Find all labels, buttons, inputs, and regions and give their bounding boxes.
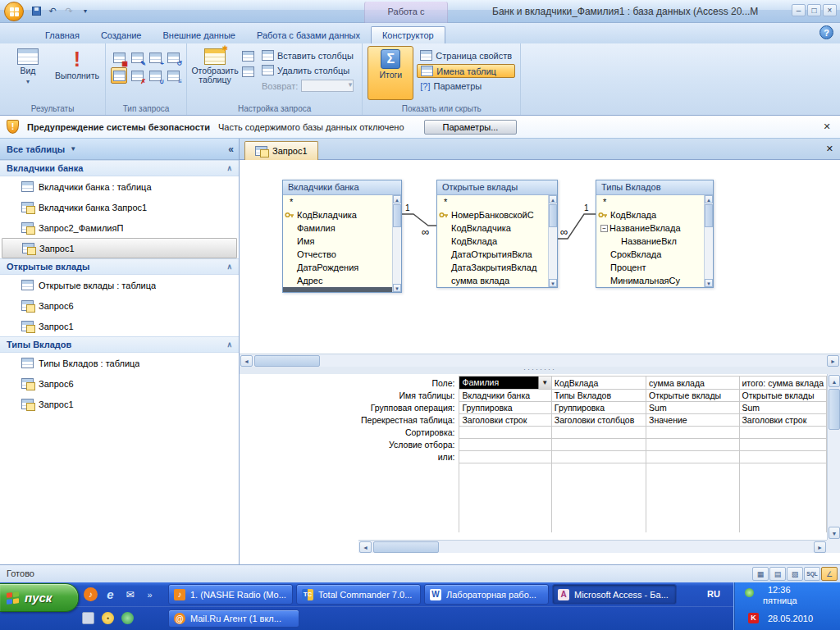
office-button[interactable]	[4, 2, 24, 21]
grid-cell[interactable]: сумма вклада	[646, 377, 739, 390]
scroll-up-icon[interactable]: ▲	[705, 195, 713, 203]
field-item[interactable]: ДатаОткрытияВкла	[437, 248, 557, 261]
nav-item[interactable]: Запрос6	[2, 295, 237, 316]
nav-item[interactable]: Запрос2_ФамилияП	[2, 217, 237, 238]
field-item[interactable]: Имя	[283, 235, 401, 248]
field-item[interactable]: КодВклада	[437, 235, 557, 248]
insert-rows-icon[interactable]	[242, 51, 254, 62]
grid-cell[interactable]	[459, 439, 551, 451]
nav-group-header[interactable]: Вкладчики банка∧	[0, 160, 239, 176]
scroll-down-icon[interactable]: ▼	[393, 284, 401, 292]
scroll-down-icon[interactable]: ▼	[705, 279, 713, 287]
grid-cell[interactable]: Заголовки строк	[739, 414, 827, 427]
field-item[interactable]: КодВкладчика	[437, 221, 557, 235]
start-button[interactable]: пуск	[0, 583, 79, 612]
nav-item[interactable]: Вкладчики банка : таблица	[2, 176, 237, 197]
grid-vertical-scrollbar[interactable]: ▲ ▼	[827, 374, 840, 540]
grid-cell[interactable]	[739, 439, 827, 451]
ribbon-tab[interactable]: Внешние данные	[153, 27, 246, 43]
scroll-up-icon[interactable]: ▲	[393, 195, 401, 203]
view-pivottable-icon[interactable]: ▤	[769, 567, 786, 581]
field-list-title[interactable]: Открытые вклады	[437, 180, 557, 195]
taskbar-button[interactable]: WЛабораторная рабо...	[424, 584, 549, 605]
navigation-pane-header[interactable]: Все таблицы ▼ «	[0, 139, 239, 160]
scroll-right-icon[interactable]: ►	[814, 541, 826, 553]
property-sheet-button[interactable]: Страница свойств	[417, 49, 515, 62]
field-item[interactable]: *	[283, 195, 401, 208]
field-item[interactable]: ДатаРождения	[283, 261, 401, 274]
query-select-icon[interactable]: ▦	[111, 49, 127, 66]
view-button[interactable]: Вид ▾	[5, 46, 51, 100]
field-item[interactable]: Отчество	[283, 248, 401, 261]
table-names-button[interactable]: Имена таблиц	[417, 64, 515, 78]
grid-cell[interactable]	[646, 451, 739, 463]
ribbon-tab[interactable]: Создание	[90, 27, 153, 43]
field-item[interactable]: Адрес	[283, 274, 401, 287]
parameters-button[interactable]: [?] Параметры	[417, 80, 515, 92]
query-definition-icon[interactable]: ≡	[165, 67, 181, 84]
shutter-bar-collapse-icon[interactable]: «	[228, 144, 234, 155]
scrollbar-thumb[interactable]	[829, 389, 840, 430]
field-item[interactable]: КодВклада	[596, 208, 713, 221]
field-list-title[interactable]: Вкладчики банка	[283, 180, 401, 195]
field-list-scrollbar[interactable]: ▲▼	[548, 195, 557, 287]
security-options-button[interactable]: Параметры...	[424, 120, 518, 135]
query-delete-icon[interactable]: ✗	[129, 67, 145, 84]
nav-item[interactable]: Запрос1	[2, 394, 237, 414]
insert-columns-button[interactable]: Вставить столбцы	[258, 49, 357, 62]
message-bar-close-icon[interactable]: ✕	[820, 121, 833, 132]
grid-cell[interactable]	[459, 451, 551, 463]
query-union-icon[interactable]: ∪	[147, 67, 163, 84]
field-item[interactable]: Фамилия	[283, 221, 401, 235]
scroll-left-icon[interactable]: ◄	[359, 541, 372, 553]
field-item[interactable]: *	[437, 195, 557, 208]
ribbon-tab[interactable]: Конструктор	[371, 26, 445, 43]
grid-cell[interactable]	[739, 463, 827, 532]
system-tray[interactable]: 12:36 пятница K 28.05.2010	[733, 582, 840, 630]
chevron-more-icon[interactable]: »	[143, 587, 157, 601]
grid-cell[interactable]: Типы Вкладов	[551, 390, 646, 402]
scroll-up-icon[interactable]: ▲	[549, 195, 557, 203]
field-item[interactable]: −НазваниеВклада	[596, 221, 713, 235]
grid-cell[interactable]	[646, 439, 739, 451]
grid-cell[interactable]: Группировка	[459, 402, 551, 414]
grid-cell[interactable]: Фамилия▼	[459, 377, 551, 390]
field-item[interactable]: НомерБанковскойС	[437, 208, 557, 221]
clock-icon[interactable]: •	[102, 612, 114, 624]
field-item[interactable]: МинимальнаяСу	[596, 274, 713, 287]
grid-cell[interactable]: Заголовки строк	[459, 414, 551, 427]
scroll-up-icon[interactable]: ▲	[829, 375, 840, 387]
field-item[interactable]: ДатаЗакрытияВклад	[437, 261, 557, 274]
language-indicator[interactable]: RU	[707, 589, 720, 599]
nav-item[interactable]: Запрос1	[2, 316, 237, 336]
nav-item[interactable]: Типы Вкладов : таблица	[2, 353, 237, 373]
view-design-icon[interactable]: ∠	[821, 567, 838, 581]
pane-splitter[interactable]: ········	[240, 367, 840, 374]
undo-icon[interactable]: ↶	[46, 4, 59, 17]
help-icon[interactable]: ?	[819, 25, 833, 39]
document-close-icon[interactable]: ✕	[826, 144, 833, 154]
minimize-button[interactable]: –	[792, 4, 806, 16]
grid-cell[interactable]: Открытые вклады	[646, 390, 739, 402]
grid-horizontal-scrollbar[interactable]: ◄ ►	[358, 540, 827, 553]
grid-cell[interactable]: Значение	[646, 414, 739, 427]
dropdown-arrow-icon[interactable]: ▼	[538, 377, 551, 389]
scrollbar-thumb[interactable]	[254, 355, 320, 367]
totals-button[interactable]: Σ Итоги	[368, 46, 413, 100]
nav-item[interactable]: Вкладчики банка Запрос1	[2, 197, 237, 217]
ribbon-tab[interactable]: Главная	[34, 27, 90, 43]
scrollbar-thumb[interactable]	[373, 541, 439, 553]
query-update-icon[interactable]: ↺	[165, 49, 181, 66]
view-sql-icon[interactable]: SQL	[804, 567, 820, 581]
internet-explorer-icon[interactable]: e	[103, 587, 117, 601]
delete-columns-button[interactable]: Удалить столбцы	[258, 64, 357, 76]
taskbar-button[interactable]: AMicrosoft Access - Ба...	[552, 584, 677, 605]
show-table-button[interactable]: Отобразить таблицу	[192, 46, 238, 100]
nav-item[interactable]: Запрос6	[2, 373, 237, 394]
taskbar-button[interactable]: TCTotal Commander 7.0...	[296, 584, 421, 605]
antivirus-tray-icon[interactable]: K	[748, 613, 759, 623]
grid-cell[interactable]	[459, 427, 551, 439]
query-append-icon[interactable]: +	[147, 49, 163, 66]
grid-cell[interactable]: Заголовки столбцов	[551, 414, 646, 427]
field-item[interactable]: *	[596, 195, 713, 208]
